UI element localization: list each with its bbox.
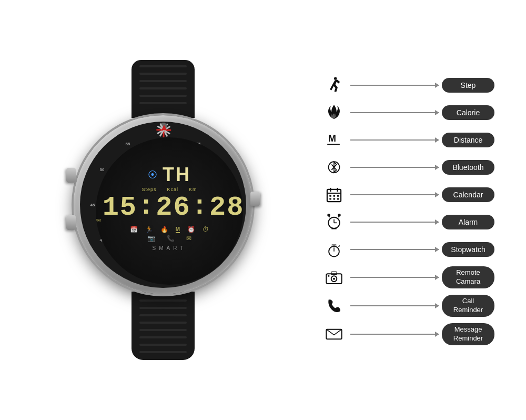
stopwatch-label-wrap: Stopwatch (442, 242, 505, 257)
calorie-label-wrap: Calorie (442, 105, 505, 120)
svg-point-20 (338, 214, 340, 216)
message-arrow (350, 334, 439, 335)
camera-icon (326, 269, 342, 286)
svg-line-26 (339, 246, 340, 247)
camera-icon-wrap (321, 267, 347, 288)
bluetooth-arrow (350, 167, 439, 168)
feature-row-call: Call Reminder (321, 295, 505, 317)
bluetooth-label-wrap: Bluetooth (442, 160, 505, 175)
step-icon-wrap (321, 75, 347, 96)
day-display: TH (163, 164, 191, 186)
feature-row-camera: Remote Camara (321, 266, 505, 288)
phone-icon (326, 297, 342, 314)
distance-arrow (350, 139, 439, 141)
alarm-label: Alarm (442, 215, 494, 229)
bluetooth-icon (326, 159, 342, 176)
svg-rect-13 (337, 198, 339, 200)
camera-face-icon: 📷 (147, 235, 155, 242)
crown-button-left-top[interactable] (66, 168, 76, 183)
alarm-arrow (350, 222, 439, 223)
stopwatch-arrow (350, 249, 439, 250)
feature-row-bluetooth: Bluetooth (321, 157, 505, 178)
svg-text:M: M (328, 134, 336, 144)
smart-label: SMART (153, 245, 187, 251)
time-seconds: 28 (209, 194, 243, 222)
watch-face: ⦿ TH Steps Kcal Km PM 15:26:28 (96, 137, 243, 285)
calorie-icon-wrap (321, 102, 347, 123)
stopwatch-icon-wrap (321, 239, 347, 260)
main-container: 55051015202535404550 ⦿ TH Steps Kcal Km (0, 0, 526, 420)
distance-label: Distance (442, 133, 494, 147)
alarm-icon-wrap (321, 212, 347, 233)
message-icon (326, 326, 342, 343)
kcal-label: Kcal (167, 187, 179, 192)
calorie-label: Calorie (442, 105, 494, 120)
distance-label-wrap: Distance (442, 133, 505, 147)
svg-point-19 (327, 214, 330, 216)
svg-rect-8 (329, 195, 331, 197)
alarm-label-wrap: Alarm (442, 215, 505, 229)
bluetooth-label: Bluetooth (442, 160, 494, 175)
calendar-label: Calendar (442, 187, 494, 202)
alarm-icon (326, 214, 342, 231)
svg-rect-11 (329, 198, 331, 200)
features-section: Step Calorie M (316, 0, 515, 420)
call-label: Call Reminder (442, 295, 494, 317)
camera-arrow (350, 277, 439, 278)
camera-label-wrap: Remote Camara (442, 266, 505, 288)
camera-label: Remote Camara (442, 266, 494, 288)
runner-icon (326, 77, 342, 94)
feature-row-alarm: Alarm (321, 212, 505, 233)
calendar-icon-wrap (321, 184, 347, 205)
feature-row-step: Step (321, 75, 505, 96)
time-hours: 15 (103, 194, 137, 222)
feature-row-stopwatch: Stopwatch (321, 239, 505, 260)
distance-icon-wrap: M (321, 129, 347, 151)
svg-point-30 (333, 278, 335, 280)
call-icon-wrap (321, 295, 347, 316)
calendar-face-icon: 📅 (130, 226, 138, 233)
feature-row-calendar: Calendar (321, 184, 505, 205)
calendar-label-wrap: Calendar (442, 187, 505, 202)
message-label: Message Reminder (442, 323, 494, 345)
call-label-wrap: Call Reminder (442, 295, 505, 317)
feature-row-calorie: Calorie (321, 102, 505, 123)
pm-label: PM (96, 218, 101, 223)
stopwatch-face-icon: ⏱ (203, 226, 209, 233)
message-label-wrap: Message Reminder (442, 323, 505, 345)
step-label-wrap: Step (442, 78, 505, 93)
runner-face-icon: 🏃 (145, 226, 153, 233)
distance-face-icon: M (176, 226, 180, 233)
watch-bezel: 55051015202535404550 ⦿ TH Steps Kcal Km (80, 122, 246, 288)
svg-point-0 (334, 77, 337, 80)
svg-rect-9 (333, 195, 336, 197)
flame-face-icon: 🔥 (160, 226, 168, 233)
svg-rect-12 (333, 198, 336, 200)
crown-button-left-bottom[interactable] (66, 215, 76, 230)
watch-section: 55051015202535404550 ⦿ TH Steps Kcal Km (11, 0, 316, 420)
stopwatch-label: Stopwatch (442, 242, 494, 257)
crown-button-right[interactable] (250, 192, 260, 206)
colon2: : (191, 193, 209, 221)
calorie-arrow (350, 112, 439, 113)
svg-rect-10 (337, 195, 339, 197)
flame-icon (326, 104, 342, 121)
feature-row-message: Message Reminder (321, 323, 505, 345)
svg-rect-31 (328, 275, 329, 277)
time-display: 15:26:28 (103, 193, 243, 223)
step-label: Step (442, 78, 494, 93)
calendar-arrow (350, 194, 439, 195)
bottom-icons-row1: 📅 🏃 🔥 M ⏰ ⏱ (130, 226, 209, 233)
colon1: : (138, 193, 155, 221)
message-face-icon: ✉ (186, 235, 191, 242)
feature-row-distance: M Distance (321, 129, 505, 151)
watch-outer: 55051015202535404550 ⦿ TH Steps Kcal Km (42, 26, 284, 394)
bluetooth-face-icon: ⦿ (148, 169, 157, 181)
time-minutes: 26 (156, 194, 190, 222)
strap-bottom (132, 292, 195, 360)
alarm-face-icon: ⏰ (187, 226, 195, 233)
strap-top (132, 60, 195, 118)
watch-body: 55051015202535404550 ⦿ TH Steps Kcal Km (74, 115, 252, 294)
distance-icon: M (326, 132, 342, 148)
stopwatch-icon (326, 241, 342, 258)
